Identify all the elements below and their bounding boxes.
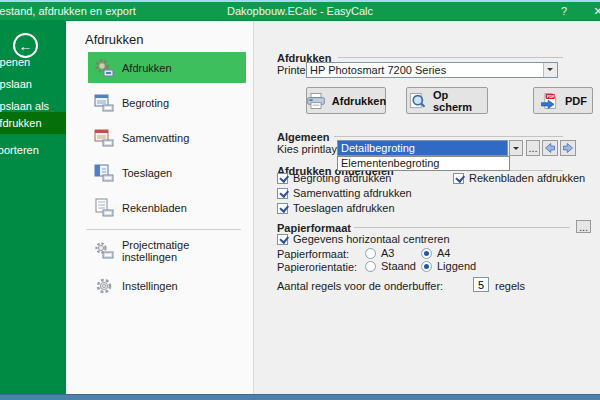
paper-more-button[interactable]: ... (576, 220, 591, 233)
paper-size-label: Papierformaat: (277, 248, 349, 260)
buffer-lines-label: Aantal regels voor de onderbuffer: (277, 280, 443, 292)
svg-text:PDF: PDF (547, 95, 555, 99)
nav-item-projectmatige-instellingen[interactable]: Projectmatige instellingen (88, 232, 246, 270)
group-title-algemeen: Algemeen (277, 131, 330, 143)
preview-on-screen-button[interactable]: Op scherm (406, 87, 488, 114)
layout-dropdown-button[interactable] (509, 140, 523, 156)
checkbox-samenvatting-afdrukken[interactable]: Samenvatting afdrukken (277, 187, 412, 199)
arrow-right-icon (562, 142, 574, 154)
document-title: Dakopbouw.ECalc - EasyCalc (0, 2, 600, 20)
nav-item-afdrukken[interactable]: Afdrukken (88, 52, 246, 83)
window-bottom-bar (0, 394, 600, 400)
print-button-label: Afdrukken (332, 95, 386, 107)
print-layout-selected-value: Detailbegroting (338, 141, 507, 155)
nav-item-toeslagen[interactable]: Toeslagen (88, 157, 246, 188)
nav-item-samenvatting[interactable]: Samenvatting (88, 122, 246, 153)
radio-a4[interactable]: A4 (421, 247, 450, 259)
gear-icon (94, 276, 114, 296)
print-layout-select[interactable]: Detailbegroting (337, 140, 508, 156)
printer-icon (306, 92, 326, 110)
print-options-content: Afdrukken Printer: HP Photosmart 7200 Se… (254, 21, 600, 395)
nav-item-instellingen[interactable]: Instellingen (88, 270, 246, 301)
checkbox-icon (277, 234, 288, 245)
radio-liggend[interactable]: Liggend (421, 260, 476, 272)
easycalc-print-window: Bestand, afdrukken en export Dakopbouw.E… (0, 0, 600, 400)
print-sections-panel: Afdrukken Afdrukken Begroting (66, 21, 254, 395)
chevron-down-icon (513, 147, 519, 153)
chevron-down-icon[interactable] (543, 63, 557, 77)
buffer-lines-suffix: regels (495, 280, 525, 292)
budget-printer-icon (94, 93, 114, 113)
pdf-icon: PDF (539, 92, 559, 110)
printer-select-value: HP Photosmart 7200 Series (307, 63, 543, 77)
checkbox-begroting-afdrukken[interactable]: Begroting afdrukken (277, 172, 391, 184)
checkbox-icon (453, 173, 464, 184)
sidebar-item-openen[interactable]: Openen (0, 51, 66, 73)
titlebar: Bestand, afdrukken en export Dakopbouw.E… (0, 2, 600, 21)
radio-a3[interactable]: A3 (365, 247, 394, 259)
paper-orientation-label: Papierorientatie: (277, 261, 357, 273)
checkbox-icon (277, 188, 288, 199)
checkbox-icon (277, 173, 288, 184)
sidebar-item-opslaan[interactable]: Opslaan (0, 73, 66, 95)
checkbox-rekenbladen-afdrukken[interactable]: Rekenbladen afdrukken (453, 172, 585, 184)
nav-item-begroting[interactable]: Begroting (88, 87, 246, 118)
radio-icon (421, 261, 432, 272)
printer-select[interactable]: HP Photosmart 7200 Series (306, 62, 558, 78)
layout-previous-button[interactable] (542, 140, 558, 156)
radio-icon (365, 248, 376, 259)
checkbox-horizontaal-centreren[interactable]: Gegevens horizontaal centreren (277, 233, 450, 245)
radio-icon (421, 248, 432, 259)
screen-preview-icon (407, 92, 427, 110)
group-rule (334, 136, 563, 137)
gear-printer-icon (94, 58, 114, 78)
layout-more-button[interactable]: ... (526, 140, 540, 156)
help-button[interactable]: ? (556, 2, 572, 20)
backstage-sidebar: ← Openen Opslaan Opslaan als Afdrukken E… (0, 21, 66, 395)
radio-staand[interactable]: Staand (365, 260, 416, 272)
panel-title: Afdrukken (85, 32, 144, 47)
checkbox-toeslagen-afdrukken[interactable]: Toeslagen afdrukken (277, 202, 395, 214)
nav-item-rekenbladen[interactable]: Rekenbladen (88, 192, 246, 223)
close-button[interactable]: ✕ (590, 2, 600, 20)
pdf-button[interactable]: PDF PDF (533, 87, 593, 114)
worksheets-printer-icon (94, 198, 114, 218)
radio-icon (365, 261, 376, 272)
sidebar-item-afdrukken[interactable]: Afdrukken (0, 112, 66, 134)
print-button[interactable]: Afdrukken (306, 87, 386, 114)
nav-divider (86, 229, 241, 230)
surcharges-printer-icon (94, 163, 114, 183)
group-rule (354, 227, 570, 228)
summary-printer-icon (94, 128, 114, 148)
preview-button-label: Op scherm (433, 89, 487, 113)
sidebar-item-exporteren[interactable]: Exporteren (0, 139, 66, 161)
layout-dropdown-list: Elementenbegroting (337, 156, 510, 171)
layout-dropdown-option[interactable]: Elementenbegroting (338, 157, 509, 170)
layout-next-button[interactable] (560, 140, 576, 156)
project-settings-printer-icon (94, 241, 114, 261)
pdf-button-label: PDF (565, 95, 587, 107)
group-rule (338, 57, 563, 58)
arrow-left-icon (544, 142, 556, 154)
buffer-lines-input[interactable] (473, 277, 489, 292)
checkbox-icon (277, 203, 288, 214)
